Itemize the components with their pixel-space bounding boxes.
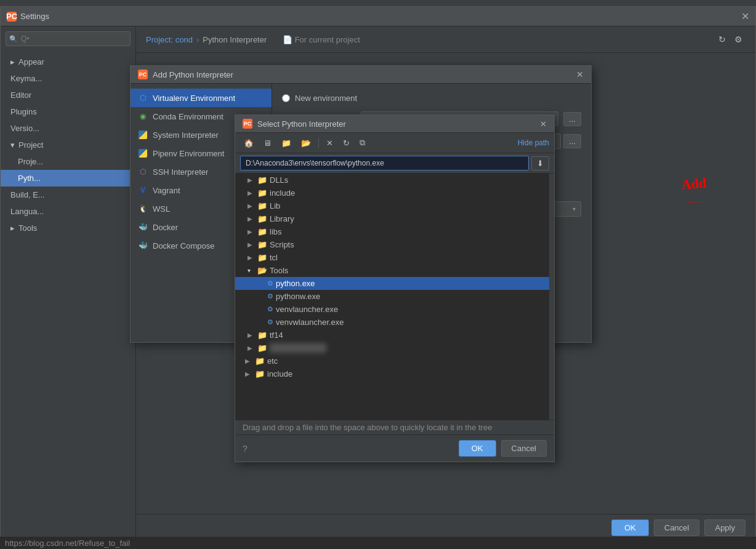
tree-item-venvwlauncher[interactable]: ▶ ⚙ venvwlauncher.exe — [235, 316, 549, 329]
pythonw-exe-label: pythonw.exe — [276, 292, 320, 301]
tree-item-include2[interactable]: ▶ 📁 include — [235, 367, 549, 380]
for-current-project-link[interactable]: 📄 For current project — [283, 35, 360, 44]
tree-item-include[interactable]: ▶ 📁 include — [235, 186, 549, 199]
location-browse-button[interactable]: ... — [563, 112, 581, 126]
window-title-area: PC Settings — [7, 12, 49, 22]
toolbar-gear-button[interactable]: ⚙ — [731, 31, 746, 47]
nav-text-editor: Editor — [10, 90, 31, 100]
tree-item-dlls[interactable]: ▶ 📁 DLLs — [235, 174, 549, 186]
tf14-folder-icon: 📁 — [257, 331, 267, 340]
libs-arrow: ▶ — [247, 228, 255, 235]
toolbar-new-folder-button[interactable]: 📂 — [297, 136, 315, 150]
toolbar-copy-button[interactable]: ⧉ — [356, 135, 369, 150]
nav-item-python-interp[interactable]: Pyth... — [1, 170, 135, 186]
tree-item-venvlauncher[interactable]: ▶ ⚙ venvlauncher.exe — [235, 303, 549, 316]
settings-nav: ▸ Appear Keyma... Editor Plugins Versio.… — [1, 51, 135, 541]
library-label: Library — [270, 214, 294, 223]
tree-item-pythonw-exe[interactable]: ▶ ⚙ pythonw.exe — [235, 290, 549, 303]
tree-item-etc[interactable]: ▶ 📁 etc — [235, 355, 549, 367]
tools-folder-icon: 📂 — [257, 266, 267, 275]
nav-item-project[interactable]: ▾ Project — [1, 137, 135, 153]
etc-arrow: ▶ — [245, 358, 252, 364]
settings-search-input[interactable] — [6, 31, 131, 46]
tree-item-scripts[interactable]: ▶ 📁 Scripts — [235, 238, 549, 251]
interp-item-virtualenv[interactable]: ⬡ Virtualenv Environment — [131, 89, 271, 107]
dialog-ok-button[interactable]: OK — [459, 440, 496, 457]
tcl-folder-icon: 📁 — [257, 253, 267, 262]
download-button[interactable]: ⬇ — [531, 156, 549, 170]
nav-item-project-sub[interactable]: Proje... — [1, 153, 135, 170]
modal-title-area: PC Add Python Interpreter — [138, 70, 233, 79]
tree-item-tools-open[interactable]: ▾ 📂 Tools — [235, 264, 549, 277]
nav-item-editor[interactable]: Editor — [1, 87, 135, 103]
tree-item-lib[interactable]: ▶ 📁 Lib — [235, 199, 549, 212]
nav-item-appear[interactable]: ▸ Appear — [1, 54, 135, 70]
settings-body: 🔍 ▸ Appear Keyma... Editor Plugins — [1, 26, 755, 541]
tree-item-python-exe[interactable]: ▶ ⚙ python.exe — [235, 277, 549, 290]
library-folder-icon: 📁 — [257, 214, 267, 223]
toolbar-folder-button[interactable]: 📁 — [278, 136, 295, 150]
interp-label-vagrant: Vagrant — [153, 186, 180, 195]
blurred-folder-icon: 📁 — [257, 343, 267, 353]
docker-compose-icon: 🐳 — [138, 241, 148, 250]
nav-item-keymap[interactable]: Keyma... — [1, 70, 135, 87]
python-exe-label: python.exe — [276, 279, 315, 288]
modal-close-button[interactable]: ✕ — [576, 70, 584, 79]
toolbar-refresh-btn[interactable]: ↻ — [339, 136, 353, 150]
new-env-radio[interactable] — [282, 94, 290, 102]
docker-icon: 🐳 — [138, 222, 148, 232]
nav-item-version[interactable]: Versio... — [1, 120, 135, 137]
toolbar-refresh-button[interactable]: ↻ — [715, 31, 729, 47]
base-interp-more-button[interactable]: ... — [563, 134, 581, 148]
tree-item-libs[interactable]: ▶ 📁 libs — [235, 225, 549, 238]
nav-item-plugins[interactable]: Plugins — [1, 103, 135, 120]
nav-item-languages[interactable]: Langua... — [1, 203, 135, 220]
url-text: https://blog.csdn.net/Refuse_to_fail — [5, 539, 130, 548]
interp-label-docker-compose: Docker Compose — [153, 241, 214, 250]
toolbar-home-button[interactable]: 🏠 — [240, 136, 257, 150]
toolbar-close-button[interactable]: ✕ — [323, 136, 337, 150]
virtualenv-icon: ⬡ — [138, 93, 148, 103]
file-icon-small: 📄 — [283, 35, 292, 44]
breadcrumb-project[interactable]: Project: cond — [146, 35, 193, 44]
nav-text-version: Versio... — [10, 124, 39, 133]
tf14-arrow: ▶ — [247, 332, 255, 339]
settings-apply-button[interactable]: Apply — [704, 519, 746, 536]
tree-item-tf14[interactable]: ▶ 📁 tf14 — [235, 329, 549, 342]
conda-icon: ◉ — [138, 111, 148, 121]
dlls-label: DLLs — [270, 175, 288, 185]
window-close-button[interactable]: ✕ — [741, 10, 749, 22]
dialog-status: Drag and drop a file into the space abov… — [235, 420, 554, 435]
settings-ok-button[interactable]: OK — [611, 519, 649, 536]
scripts-label: Scripts — [270, 240, 294, 249]
etc-label: etc — [267, 356, 278, 366]
settings-cancel-button[interactable]: Cancel — [654, 519, 699, 536]
include2-arrow: ▶ — [245, 371, 252, 377]
venvwlauncher-label: venvwlauncher.exe — [276, 318, 344, 327]
tools-label: Tools — [270, 266, 288, 275]
library-arrow: ▶ — [247, 215, 255, 222]
dialog-cancel-button[interactable]: Cancel — [501, 440, 547, 457]
dialog-scrollbar[interactable] — [549, 174, 554, 420]
dialog-title-area: PC Select Python Interpreter — [243, 119, 346, 129]
help-button[interactable]: ? — [243, 444, 247, 454]
blurred-label: ██████████ — [270, 343, 326, 353]
hide-path-button[interactable]: Hide path — [518, 138, 549, 147]
toolbar-monitor-button[interactable]: 🖥 — [260, 136, 275, 150]
tree-item-library[interactable]: ▶ 📁 Library — [235, 212, 549, 225]
venvlauncher-icon: ⚙ — [267, 305, 273, 313]
nav-text-project: Project — [18, 140, 43, 150]
for-current-text: For current project — [295, 35, 360, 44]
file-tree[interactable]: ▶ 📁 DLLs ▶ 📁 include — [235, 174, 549, 420]
tree-item-blurred[interactable]: ▶ 📁 ██████████ — [235, 342, 549, 355]
nav-item-build[interactable]: Build, E... — [1, 186, 135, 203]
dialog-close-button[interactable]: ✕ — [540, 119, 547, 129]
nav-text-build: Build, E... — [10, 190, 45, 199]
new-env-label: New environment — [295, 94, 357, 103]
nav-item-tools[interactable]: ▸ Tools — [1, 220, 135, 236]
path-input[interactable] — [240, 156, 529, 170]
lib-label: Lib — [270, 201, 280, 210]
tree-item-tcl[interactable]: ▶ 📁 tcl — [235, 251, 549, 264]
url-bar: https://blog.csdn.net/Refuse_to_fail — [0, 537, 756, 549]
nav-text-languages: Langua... — [10, 207, 44, 216]
